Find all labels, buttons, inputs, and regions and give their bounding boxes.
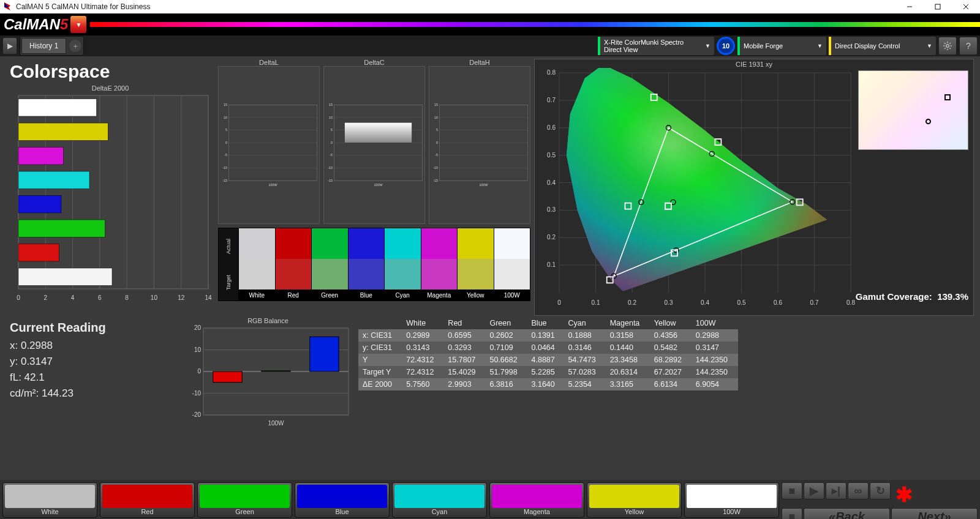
deltal-chart: -15-10-5051015100W bbox=[218, 66, 320, 224]
svg-text:0: 0 bbox=[225, 141, 227, 144]
play2-button[interactable]: ▶ bbox=[804, 482, 824, 499]
bottom-swatch-green[interactable]: Green bbox=[197, 482, 292, 518]
deltah-chart: -15-10-5051015100W bbox=[429, 66, 530, 224]
rainbow-divider bbox=[90, 22, 980, 27]
rgb-balance-chart: -20-1001020100W bbox=[184, 324, 352, 428]
svg-text:-15: -15 bbox=[328, 179, 333, 182]
bottom-swatch-magenta[interactable]: Magenta bbox=[489, 482, 584, 518]
swatch-white: White bbox=[238, 228, 275, 301]
svg-text:-10: -10 bbox=[433, 166, 438, 170]
bottom-swatch-red[interactable]: Red bbox=[100, 482, 195, 518]
svg-text:12: 12 bbox=[178, 294, 185, 301]
svg-text:0.4: 0.4 bbox=[701, 299, 709, 306]
svg-text:-10: -10 bbox=[192, 390, 202, 397]
loop-button[interactable]: ∞ bbox=[848, 482, 869, 499]
maximize-button[interactable] bbox=[924, 0, 952, 13]
svg-text:6: 6 bbox=[98, 294, 102, 301]
svg-text:-5: -5 bbox=[224, 153, 227, 157]
svg-text:5: 5 bbox=[225, 128, 227, 132]
svg-rect-72 bbox=[345, 122, 412, 143]
swatch-100w: 100W bbox=[494, 228, 530, 301]
svg-text:0.1: 0.1 bbox=[547, 261, 556, 268]
swatch-blue: Blue bbox=[348, 228, 385, 301]
svg-text:0: 0 bbox=[557, 299, 561, 306]
svg-rect-36 bbox=[18, 196, 61, 213]
meter-badge[interactable]: 10 bbox=[717, 37, 735, 55]
bottom-swatch-100w[interactable]: 100W bbox=[684, 482, 779, 518]
current-reading-panel: Current Reading x: 0.2988y: 0.3147fL: 42… bbox=[6, 317, 178, 433]
swatch-cyan: Cyan bbox=[384, 228, 421, 301]
deltae-chart-title: DeltaE 2000 bbox=[6, 84, 214, 92]
reading-row: x: 0.2988 bbox=[10, 340, 174, 352]
svg-text:0.4: 0.4 bbox=[547, 179, 556, 186]
bottom-swatch-cyan[interactable]: Cyan bbox=[392, 482, 487, 518]
next-button[interactable]: Next » bbox=[891, 508, 978, 519]
play-button[interactable]: ▶ bbox=[2, 37, 17, 54]
toolbar: ▶ History 1 + X-Rite ColorMunki Spectro … bbox=[0, 35, 980, 56]
source-selector[interactable]: Mobile Forge ▼ bbox=[737, 37, 826, 55]
asterisk-icon: ✱ bbox=[895, 482, 913, 507]
svg-point-6 bbox=[946, 45, 949, 47]
tab-history[interactable]: History 1 bbox=[21, 38, 66, 54]
svg-rect-35 bbox=[18, 171, 89, 189]
svg-text:0.6: 0.6 bbox=[774, 299, 782, 306]
stop2-button[interactable]: ■ bbox=[782, 508, 802, 519]
add-tab-button[interactable]: + bbox=[69, 39, 82, 53]
brand-bar: CalMAN5 ▼ bbox=[0, 13, 980, 35]
bottom-swatch-white[interactable]: White bbox=[2, 482, 97, 518]
settings-button[interactable] bbox=[938, 37, 957, 55]
display-selector[interactable]: Direct Display Control ▼ bbox=[829, 37, 936, 55]
back-button[interactable]: « Back bbox=[804, 508, 890, 519]
svg-text:0: 0 bbox=[197, 368, 201, 375]
cie-title: CIE 1931 xy bbox=[535, 59, 973, 68]
svg-text:10: 10 bbox=[434, 116, 438, 119]
reading-row: fL: 42.1 bbox=[10, 372, 174, 384]
swatch-magenta: Magenta bbox=[421, 228, 458, 301]
svg-text:-15: -15 bbox=[433, 179, 438, 182]
svg-text:100W: 100W bbox=[268, 420, 284, 427]
rgb-balance-title: RGB Balance bbox=[184, 317, 352, 324]
swatch-yellow: Yellow bbox=[457, 228, 494, 301]
svg-rect-3 bbox=[935, 4, 940, 9]
svg-text:20: 20 bbox=[194, 324, 202, 331]
chevron-down-icon: ▼ bbox=[817, 43, 823, 49]
svg-rect-38 bbox=[18, 244, 59, 261]
stop-button[interactable]: ■ bbox=[782, 482, 802, 499]
svg-text:0: 0 bbox=[17, 294, 20, 301]
os-titlebar: CalMAN 5 CalMAN Ultimate for Business bbox=[0, 0, 980, 13]
help-button[interactable]: ? bbox=[959, 37, 978, 55]
deltac-chart: -15-10-5051015100W bbox=[323, 66, 425, 224]
bottom-swatch-blue[interactable]: Blue bbox=[295, 482, 390, 518]
svg-rect-150 bbox=[213, 372, 242, 383]
svg-text:0.7: 0.7 bbox=[547, 97, 556, 103]
bottom-swatch-yellow[interactable]: Yellow bbox=[587, 482, 682, 518]
svg-text:0.2: 0.2 bbox=[628, 299, 636, 306]
svg-text:100W: 100W bbox=[374, 183, 383, 187]
svg-text:0.8: 0.8 bbox=[547, 69, 556, 76]
deltac-title: DeltaC bbox=[323, 59, 425, 66]
svg-rect-33 bbox=[18, 123, 108, 140]
minimize-button[interactable] bbox=[895, 0, 924, 13]
swatch-red: Red bbox=[275, 228, 312, 301]
step-button[interactable]: ▸| bbox=[826, 482, 846, 499]
svg-text:-5: -5 bbox=[330, 153, 333, 157]
svg-text:0.2: 0.2 bbox=[547, 234, 556, 241]
svg-text:0.1: 0.1 bbox=[592, 299, 600, 306]
svg-rect-37 bbox=[18, 220, 105, 237]
svg-text:5: 5 bbox=[331, 128, 333, 132]
deltal-title: DeltaL bbox=[218, 59, 320, 66]
svg-text:4: 4 bbox=[71, 294, 75, 301]
gamut-value: 139.3% bbox=[937, 291, 968, 302]
svg-rect-32 bbox=[18, 99, 97, 116]
colorspace-table: WhiteRedGreenBlueCyanMagentaYellow100Wx:… bbox=[358, 317, 738, 390]
svg-text:10: 10 bbox=[329, 116, 333, 119]
reading-row: y: 0.3147 bbox=[10, 356, 174, 368]
svg-text:5: 5 bbox=[436, 128, 438, 132]
meter-selector[interactable]: X-Rite ColorMunki Spectro Direct View ▼ bbox=[598, 37, 714, 55]
refresh-button[interactable]: ↻ bbox=[870, 482, 891, 499]
svg-line-11 bbox=[944, 43, 946, 44]
close-button[interactable] bbox=[952, 0, 980, 13]
overlay-square-marker bbox=[944, 94, 951, 100]
deltae-chart: 02468101214 bbox=[6, 92, 214, 306]
brand-menu-button[interactable]: ▼ bbox=[70, 16, 86, 33]
